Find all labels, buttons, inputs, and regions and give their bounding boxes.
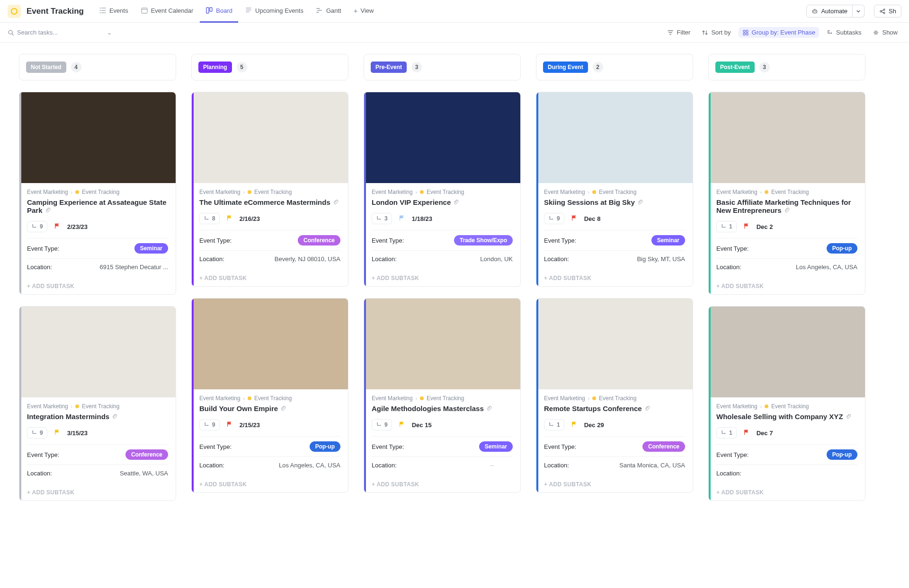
group-button[interactable]: Group by: Event Phase: [739, 27, 819, 38]
event-type-badge[interactable]: Conference: [298, 235, 340, 246]
add-subtask-button[interactable]: + ADD SUBTASK: [192, 476, 348, 492]
subtask-icon: [376, 216, 382, 222]
task-card[interactable]: Event Marketing›Event TrackingIntegratio…: [19, 306, 176, 501]
column-header[interactable]: Post-Event3: [708, 54, 865, 80]
tab-board[interactable]: Board: [200, 0, 238, 23]
subtask-count-chip[interactable]: 1: [544, 419, 564, 430]
breadcrumb[interactable]: Event Marketing›Event Tracking: [716, 403, 857, 410]
due-date[interactable]: 1/18/23: [412, 215, 432, 222]
subtask-count-chip[interactable]: 9: [27, 427, 47, 439]
column-header[interactable]: Planning5: [191, 54, 348, 80]
add-subtask-button[interactable]: + ADD SUBTASK: [192, 270, 348, 286]
event-type-badge[interactable]: Trade Show/Expo: [454, 235, 513, 246]
breadcrumb[interactable]: Event Marketing›Event Tracking: [27, 403, 168, 410]
priority-flag-icon[interactable]: [571, 215, 578, 223]
column-preevent: Pre-Event3Event Marketing›Event Tracking…: [364, 54, 521, 501]
subtask-count: 9: [557, 215, 560, 222]
add-subtask-button[interactable]: + ADD SUBTASK: [19, 484, 176, 500]
event-type-badge[interactable]: Pop-up: [827, 449, 857, 460]
priority-flag-icon[interactable]: [571, 421, 578, 429]
event-type-badge[interactable]: Seminar: [651, 235, 685, 246]
priority-flag-icon[interactable]: [226, 215, 233, 223]
tab-events[interactable]: Events: [93, 0, 134, 23]
priority-flag-icon[interactable]: [54, 223, 61, 231]
breadcrumb[interactable]: Event Marketing›Event Tracking: [27, 189, 168, 195]
due-date[interactable]: Dec 8: [584, 215, 601, 222]
add-subtask-button[interactable]: + ADD SUBTASK: [709, 484, 865, 500]
subtask-count-chip[interactable]: 9: [199, 419, 220, 430]
task-card[interactable]: Event Marketing›Event TrackingAgile Meth…: [364, 298, 521, 493]
breadcrumb[interactable]: Event Marketing›Event Tracking: [544, 189, 685, 195]
task-card[interactable]: Event Marketing›Event TrackingRemote Sta…: [536, 298, 693, 493]
task-card[interactable]: Event Marketing›Event TrackingBasic Affi…: [708, 92, 865, 295]
priority-flag-icon[interactable]: [54, 429, 61, 437]
event-type-badge[interactable]: Seminar: [479, 441, 513, 452]
add-subtask-button[interactable]: + ADD SUBTASK: [364, 476, 520, 492]
sort-button[interactable]: Sort by: [698, 27, 734, 38]
event-type-badge[interactable]: Pop-up: [827, 243, 857, 254]
subtask-count-chip[interactable]: 3: [372, 213, 392, 224]
subtask-icon: [31, 224, 37, 230]
task-card[interactable]: Event Marketing›Event TrackingLondon VIP…: [364, 92, 521, 287]
subtask-count-chip[interactable]: 9: [27, 221, 47, 232]
tab-upcoming[interactable]: Upcoming Events: [239, 0, 309, 23]
subtask-count-chip[interactable]: 9: [372, 419, 392, 430]
add-subtask-button[interactable]: + ADD SUBTASK: [709, 278, 865, 294]
breadcrumb[interactable]: Event Marketing›Event Tracking: [544, 395, 685, 402]
automate-dropdown[interactable]: [853, 5, 864, 18]
search-input[interactable]: [17, 29, 112, 36]
column-header[interactable]: Not Started4: [19, 54, 176, 80]
priority-flag-icon[interactable]: [226, 421, 233, 429]
priority-flag-icon[interactable]: [743, 223, 750, 231]
event-type-badge[interactable]: Conference: [642, 441, 685, 452]
due-date[interactable]: Dec 2: [757, 223, 773, 230]
task-card[interactable]: Event Marketing›Event TrackingWholesale …: [708, 306, 865, 501]
due-date[interactable]: 2/16/23: [240, 215, 260, 222]
breadcrumb[interactable]: Event Marketing›Event Tracking: [199, 189, 340, 195]
subtasks-button[interactable]: Subtasks: [823, 27, 865, 38]
due-date[interactable]: Dec 29: [584, 421, 604, 429]
field-label-location: Location:: [27, 470, 52, 477]
event-type-badge[interactable]: Seminar: [134, 243, 168, 254]
task-card[interactable]: Event Marketing›Event TrackingCamping Ex…: [19, 92, 176, 295]
subtask-count-chip[interactable]: 9: [544, 213, 564, 224]
task-card[interactable]: Event Marketing›Event TrackingThe Ultima…: [191, 92, 348, 287]
due-date[interactable]: Dec 7: [757, 430, 773, 437]
due-date[interactable]: 3/15/23: [67, 430, 88, 437]
tab-add-view[interactable]: + View: [348, 0, 380, 23]
breadcrumb[interactable]: Event Marketing›Event Tracking: [199, 395, 340, 402]
subtask-count-chip[interactable]: 1: [716, 221, 737, 232]
column-header[interactable]: Pre-Event3: [364, 54, 521, 80]
event-type-badge[interactable]: Conference: [125, 449, 168, 460]
chevron-down-icon[interactable]: ⌄: [107, 29, 112, 36]
add-subtask-button[interactable]: + ADD SUBTASK: [536, 476, 693, 492]
task-card[interactable]: Event Marketing›Event TrackingSkiing Ses…: [536, 92, 693, 287]
priority-flag-icon[interactable]: [399, 421, 405, 429]
add-subtask-button[interactable]: + ADD SUBTASK: [19, 278, 176, 294]
subtask-count-chip[interactable]: 8: [199, 213, 220, 224]
share-button[interactable]: Sh: [874, 5, 901, 18]
event-type-badge[interactable]: Pop-up: [310, 441, 340, 452]
chevron-right-icon: ›: [760, 190, 762, 195]
due-date[interactable]: 2/23/23: [67, 223, 88, 230]
svg-rect-14: [746, 33, 748, 35]
column-header[interactable]: During Event2: [536, 54, 693, 80]
add-subtask-button[interactable]: + ADD SUBTASK: [536, 270, 693, 286]
due-date[interactable]: 2/15/23: [240, 421, 260, 429]
priority-flag-icon[interactable]: [399, 215, 405, 223]
tab-gantt[interactable]: Gantt: [310, 0, 347, 23]
due-date[interactable]: Dec 15: [412, 421, 432, 429]
add-subtask-button[interactable]: + ADD SUBTASK: [364, 270, 520, 286]
breadcrumb[interactable]: Event Marketing›Event Tracking: [372, 395, 513, 402]
priority-flag-icon[interactable]: [743, 429, 750, 437]
tab-calendar[interactable]: Event Calendar: [135, 0, 199, 23]
breadcrumb[interactable]: Event Marketing›Event Tracking: [372, 189, 513, 195]
breadcrumb-child: Event Tracking: [427, 189, 464, 195]
show-button[interactable]: Show: [869, 27, 901, 38]
breadcrumb[interactable]: Event Marketing›Event Tracking: [716, 189, 857, 195]
subtask-count-chip[interactable]: 1: [716, 427, 737, 439]
filter-button[interactable]: Filter: [663, 27, 694, 38]
task-card[interactable]: Event Marketing›Event TrackingBuild Your…: [191, 298, 348, 493]
chevron-right-icon: ›: [588, 396, 589, 401]
automate-button[interactable]: Automate: [806, 5, 853, 18]
